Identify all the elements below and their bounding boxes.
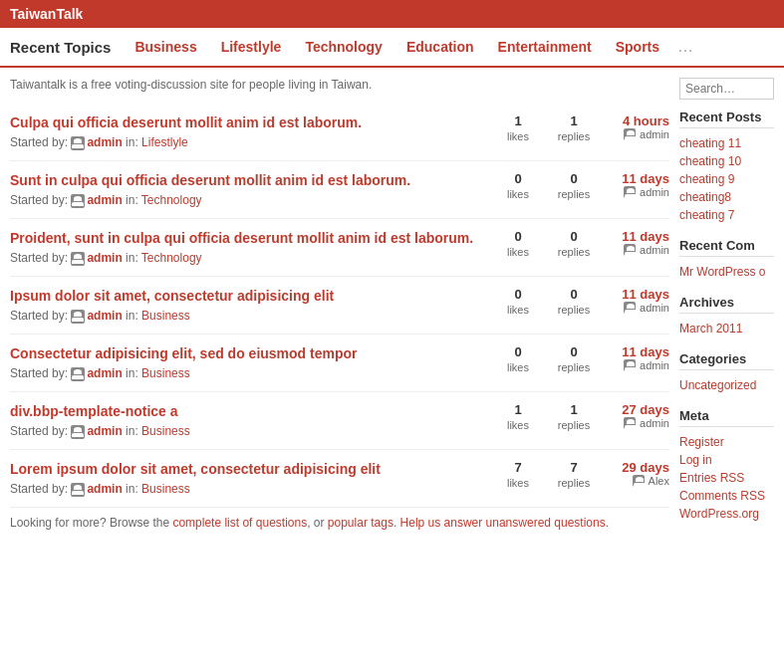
likes-label: likes bbox=[507, 361, 529, 373]
topic-info: Consectetur adipisicing elit, sed do eiu… bbox=[10, 344, 490, 381]
topic-stats: 0 likes 0 replies 11 days admin bbox=[498, 229, 669, 259]
sidebar-link[interactable]: Register bbox=[679, 433, 774, 451]
nav-business[interactable]: Business bbox=[123, 29, 208, 65]
topic-title-link[interactable]: Sunt in culpa qui officia deserunt molli… bbox=[10, 172, 410, 188]
time-value: 11 days bbox=[610, 287, 669, 302]
sidebar-link[interactable]: WordPress.org bbox=[679, 505, 774, 523]
popular-tags-link[interactable]: popular tags bbox=[328, 516, 393, 530]
replies-stat: 1 replies bbox=[554, 113, 594, 143]
topic-meta: Started by: admin in: Business bbox=[10, 309, 490, 324]
time-stat: 29 days Alex bbox=[610, 460, 669, 487]
topic-title-link[interactable]: Proident, sunt in culpa qui officia dese… bbox=[10, 230, 473, 246]
topic-title-link[interactable]: div.bbp-template-notice a bbox=[10, 403, 178, 419]
sidebar-link[interactable]: cheating 11 bbox=[679, 134, 774, 152]
likes-label: likes bbox=[507, 419, 529, 431]
likes-count: 7 bbox=[498, 460, 538, 475]
topic-meta: Started by: admin in: Lifestlyle bbox=[10, 135, 490, 150]
sidebar-link[interactable]: cheating8 bbox=[679, 188, 774, 206]
likes-stat: 0 likes bbox=[498, 229, 538, 259]
sidebar-link[interactable]: March 2011 bbox=[679, 320, 774, 337]
author-icon bbox=[71, 310, 85, 324]
complete-list-link[interactable]: complete list of questions bbox=[172, 516, 307, 530]
sidebar-link[interactable]: cheating 7 bbox=[679, 206, 774, 224]
footer-hint: Looking for more? Browse the complete li… bbox=[10, 508, 669, 530]
category-link[interactable]: Technology bbox=[141, 251, 202, 265]
topic-stats: 0 likes 0 replies 11 days admin bbox=[498, 344, 669, 374]
sidebar-link[interactable]: cheating 9 bbox=[679, 170, 774, 188]
author-link[interactable]: admin bbox=[87, 135, 122, 149]
replies-label: replies bbox=[558, 246, 590, 258]
topic-info: Lorem ipsum dolor sit amet, consectetur … bbox=[10, 460, 490, 497]
archives-links: March 2011 bbox=[679, 320, 774, 337]
topic-stats: 7 likes 7 replies 29 days Alex bbox=[498, 460, 669, 490]
replies-label: replies bbox=[558, 477, 590, 489]
site-header: TaiwanTalk bbox=[0, 0, 784, 28]
recent-posts-section: Recent Posts cheating 11cheating 10cheat… bbox=[679, 110, 774, 224]
time-stat: 11 days admin bbox=[610, 287, 669, 314]
nav-recent-topics[interactable]: Recent Topics bbox=[10, 29, 123, 66]
topic-info: Culpa qui officia deserunt mollit anim i… bbox=[10, 113, 490, 150]
time-user: admin bbox=[610, 244, 669, 256]
site-description: Taiwantalk is a free voting-discussion s… bbox=[10, 78, 669, 92]
nav-education[interactable]: Education bbox=[394, 29, 486, 65]
time-value: 29 days bbox=[610, 460, 669, 475]
author-icon bbox=[71, 425, 85, 439]
topic-stats: 1 likes 1 replies 4 hours admin bbox=[498, 113, 669, 143]
category-link[interactable]: Business bbox=[141, 309, 190, 323]
sidebar-link[interactable]: Uncategorized bbox=[679, 376, 774, 394]
author-link[interactable]: admin bbox=[87, 482, 122, 496]
sidebar-link[interactable]: Log in bbox=[679, 451, 774, 469]
time-user-icon bbox=[624, 417, 636, 429]
category-link[interactable]: Business bbox=[141, 366, 190, 380]
author-link[interactable]: admin bbox=[87, 251, 122, 265]
nav-entertainment[interactable]: Entertainment bbox=[486, 29, 604, 65]
author-link[interactable]: admin bbox=[87, 309, 122, 323]
site-title: TaiwanTalk bbox=[10, 6, 83, 22]
time-stat: 11 days admin bbox=[610, 344, 669, 371]
categories-section: Categories Uncategorized bbox=[679, 351, 774, 394]
category-link[interactable]: Lifestlyle bbox=[141, 135, 188, 149]
replies-count: 0 bbox=[554, 287, 594, 302]
replies-count: 0 bbox=[554, 229, 594, 244]
sidebar-link[interactable]: Entries RSS bbox=[679, 469, 774, 487]
topic-meta: Started by: admin in: Technology bbox=[10, 251, 490, 266]
replies-label: replies bbox=[558, 361, 590, 373]
topics-list: Culpa qui officia deserunt mollit anim i… bbox=[10, 104, 669, 508]
replies-count: 7 bbox=[554, 460, 594, 475]
sidebar-link[interactable]: Mr WordPress o bbox=[679, 263, 774, 281]
archives-title: Archives bbox=[679, 295, 774, 314]
time-user-icon bbox=[624, 186, 636, 198]
topic-title-link[interactable]: Ipsum dolor sit amet, consectetur adipis… bbox=[10, 288, 334, 304]
nav-sports[interactable]: Sports bbox=[604, 29, 671, 65]
help-unanswered-link[interactable]: Help us answer unanswered questions. bbox=[400, 516, 609, 530]
likes-count: 0 bbox=[498, 344, 538, 359]
category-link[interactable]: Technology bbox=[141, 193, 202, 207]
nav-lifestyle[interactable]: Lifestlyle bbox=[209, 29, 294, 65]
author-link[interactable]: admin bbox=[87, 193, 122, 207]
time-user: Alex bbox=[610, 475, 669, 487]
search-input[interactable] bbox=[679, 78, 774, 100]
time-user-icon bbox=[624, 128, 636, 140]
topic-stats: 0 likes 0 replies 11 days admin bbox=[498, 287, 669, 317]
recent-comments-links: Mr WordPress o bbox=[679, 263, 774, 281]
topic-meta: Started by: admin in: Business bbox=[10, 482, 490, 497]
author-link[interactable]: admin bbox=[87, 424, 122, 438]
time-stat: 11 days admin bbox=[610, 229, 669, 256]
sidebar-link[interactable]: cheating 10 bbox=[679, 152, 774, 170]
topic-title-link[interactable]: Culpa qui officia deserunt mollit anim i… bbox=[10, 114, 362, 130]
topic-title-link[interactable]: Lorem ipsum dolor sit amet, consectetur … bbox=[10, 461, 381, 477]
replies-label: replies bbox=[558, 130, 590, 142]
nav-technology[interactable]: Technology bbox=[293, 29, 394, 65]
category-link[interactable]: Business bbox=[141, 482, 190, 496]
likes-stat: 0 likes bbox=[498, 344, 538, 374]
category-link[interactable]: Business bbox=[141, 424, 190, 438]
categories-title: Categories bbox=[679, 351, 774, 370]
topic-stats: 0 likes 0 replies 11 days admin bbox=[498, 171, 669, 201]
time-user: admin bbox=[610, 302, 669, 314]
topic-title-link[interactable]: Consectetur adipisicing elit, sed do eiu… bbox=[10, 345, 358, 361]
time-value: 11 days bbox=[610, 171, 669, 186]
author-link[interactable]: admin bbox=[87, 366, 122, 380]
sidebar-link[interactable]: Comments RSS bbox=[679, 487, 774, 505]
nav-more-icon[interactable]: … bbox=[671, 28, 699, 66]
topic-row: Ipsum dolor sit amet, consectetur adipis… bbox=[10, 277, 669, 335]
